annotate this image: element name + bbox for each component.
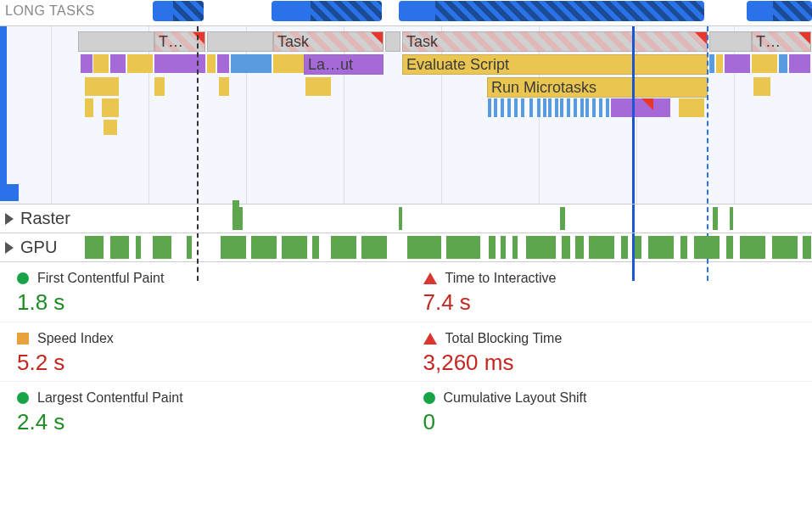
metric-value: 3,260 ms — [423, 350, 796, 376]
metric-label: First Contentful Paint — [37, 271, 164, 286]
long-task-warning-icon — [193, 32, 204, 44]
performance-metrics-grid: First Contentful Paint1.8 sTime to Inter… — [0, 261, 812, 440]
raster-activity-bars — [85, 207, 812, 230]
run-microtasks-label: Run Microtasks — [491, 79, 596, 96]
expand-icon[interactable] — [5, 242, 14, 254]
metric-speed-index[interactable]: Speed Index5.2 s — [0, 322, 406, 381]
long-tasks-track[interactable]: LONG TASKS — [0, 0, 812, 25]
metric-cumulative-layout-shift[interactable]: Cumulative Layout Shift0 — [406, 381, 813, 440]
self-time-marker — [0, 26, 7, 184]
gpu-track-label: GPU — [20, 238, 57, 257]
main-thread-flame-chart[interactable]: T… Task Task T… La…ut Evaluate Script Ru… — [0, 25, 812, 204]
metric-label: Total Blocking Time — [445, 331, 563, 346]
status-good-icon — [17, 392, 29, 404]
long-task-warning-icon — [798, 32, 810, 44]
task-bar[interactable]: Task — [402, 31, 708, 52]
metric-value: 2.4 s — [17, 409, 389, 435]
self-time-marker — [0, 184, 19, 201]
expand-icon[interactable] — [5, 213, 14, 225]
gpu-track[interactable]: GPU — [0, 233, 812, 261]
metric-largest-contentful-paint[interactable]: Largest Contentful Paint2.4 s — [0, 381, 406, 440]
layout-label: La…ut — [308, 56, 353, 73]
layout-bar[interactable]: La…ut — [304, 54, 384, 75]
long-task-warning-icon — [695, 32, 707, 44]
metric-label: Speed Index — [37, 331, 114, 346]
long-task-warning-icon — [371, 32, 383, 44]
metric-label: Cumulative Layout Shift — [444, 390, 587, 406]
task-label: Task — [277, 33, 309, 50]
task-label: T… — [159, 33, 183, 50]
status-bad-icon — [423, 272, 437, 284]
run-microtasks-bar[interactable]: Run Microtasks — [487, 77, 708, 98]
metric-total-blocking-time[interactable]: Total Blocking Time3,260 ms — [406, 322, 813, 381]
task-label: T… — [756, 33, 781, 50]
metric-first-contentful-paint[interactable]: First Contentful Paint1.8 s — [0, 262, 406, 322]
long-task-warning-icon — [641, 98, 653, 110]
gpu-activity-bars — [85, 236, 812, 259]
metric-value: 7.4 s — [423, 289, 796, 316]
task-bar[interactable]: T… — [752, 31, 811, 52]
raster-track-label: Raster — [20, 209, 70, 228]
metric-value: 1.8 s — [17, 289, 389, 316]
metric-value: 5.2 s — [17, 350, 389, 376]
metric-time-to-interactive[interactable]: Time to Interactive7.4 s — [406, 262, 813, 322]
metric-label: Largest Contentful Paint — [37, 390, 183, 406]
status-good-icon — [17, 272, 29, 284]
status-good-icon — [423, 392, 435, 404]
metric-label: Time to Interactive — [445, 271, 557, 286]
task-bar[interactable]: Task — [273, 31, 384, 52]
task-label: Task — [406, 33, 438, 50]
evaluate-script-label: Evaluate Script — [406, 56, 509, 73]
status-warning-icon — [17, 333, 29, 345]
evaluate-script-bar[interactable]: Evaluate Script — [402, 54, 708, 75]
raster-track[interactable]: Raster — [0, 204, 812, 233]
status-bad-icon — [423, 333, 437, 345]
metric-value: 0 — [423, 409, 796, 435]
long-tasks-label: LONG TASKS — [5, 3, 95, 19]
